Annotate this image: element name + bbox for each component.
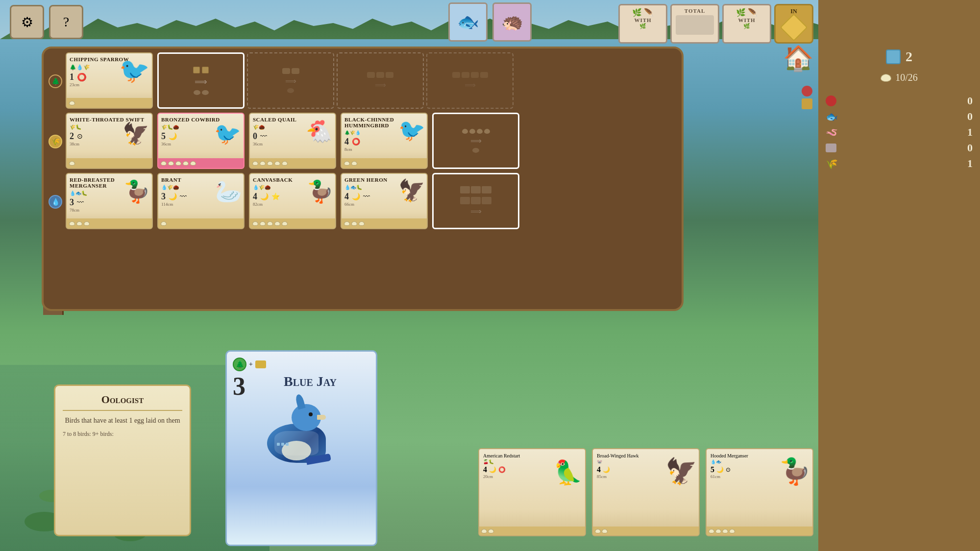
- cube-count-row: 2: [886, 49, 912, 65]
- fish-count: 0: [953, 110, 973, 123]
- bird-slot-red-breasted-merganser[interactable]: Red-Breasted Merganser 💧🐟🐛 3 〰 78cm 🦆: [66, 173, 155, 229]
- mouse-icon: [826, 144, 836, 152]
- canvasback-points: 4: [253, 192, 257, 202]
- berries-count: 0: [953, 95, 973, 107]
- bonus-tokens: [802, 86, 812, 109]
- blue-jay-top-icons: 🌲 +: [233, 358, 370, 371]
- game-board: 🌲 Chipping Sparrow 🌲💧🌾 1 ⭕ 23cm 🐦: [42, 47, 684, 311]
- worm-icon: 🪱: [826, 126, 838, 138]
- top-left-buttons: ⚙ ?: [10, 5, 83, 39]
- in-panel: IN: [774, 4, 813, 44]
- redstart-points: 4: [483, 465, 487, 474]
- forest-slot-2-highlighted[interactable]: ⟹: [157, 52, 245, 109]
- score-panel-with-2: 🌿 🪶 WITH 🌿: [722, 4, 771, 44]
- fish-icon: 🐟: [826, 111, 838, 122]
- egg-count-row: 10/26: [881, 72, 918, 83]
- black-chinned-hummingbird-size: 8cm: [344, 147, 424, 152]
- resource-berries: 0: [826, 93, 973, 109]
- oologist-scoring: 7 to 8 birds: 9+ birds:: [63, 431, 182, 438]
- chipping-sparrow-points: 1: [70, 72, 74, 82]
- merganser-points: 5: [710, 465, 714, 474]
- brant-points: 3: [161, 192, 166, 202]
- hand-cards-area: American Redstart 🍒🐛 4 🌙 ⭕ 20cm 🦜 Broad-…: [478, 448, 813, 536]
- black-chinned-hummingbird-points: 4: [344, 137, 349, 147]
- settings-button[interactable]: ⚙: [10, 5, 44, 39]
- top-bar: ⚙ ? 🐟 🦔: [0, 0, 980, 44]
- player-1-icon[interactable]: 🐟: [448, 2, 488, 42]
- blue-jay-name: Blue Jay: [250, 374, 370, 389]
- grassland-slot-5-highlighted[interactable]: ⟹: [432, 113, 519, 169]
- oologist-goal-card[interactable]: Oologist Birds that have at least 1 egg …: [54, 384, 191, 536]
- chipping-sparrow-bottom: [67, 98, 152, 108]
- bird-slot-white-throated-swift[interactable]: White-Throated Swift 🌾🐛 2 ⊙ 38cm 🦅: [66, 113, 155, 169]
- resource-worm: 🪱 1: [826, 124, 973, 140]
- green-heron-points: 4: [344, 192, 349, 202]
- bird-slot-brant[interactable]: Brant 💧🌾🌰 3 🌙 〰 114cm 🦢: [157, 173, 246, 229]
- resources-list: 0 🐟 0 🪱 1 0 🌾 1: [826, 93, 973, 171]
- food-token: [255, 360, 266, 368]
- player-2-icon[interactable]: 🦔: [492, 2, 532, 42]
- bird-slot-scaled-quail[interactable]: Scaled Quail 🌾🌰 0 〰 36cm 🐔: [249, 113, 338, 169]
- birdhouse: 🏠: [783, 44, 813, 72]
- egg-total-count: 10/26: [895, 72, 918, 83]
- bird-slot-canvasback[interactable]: Canvasback 💧🌾🌰 4 🌙 ⭐ 82cm 🦆: [249, 173, 338, 229]
- grassland-habitat-icon: 🌾: [48, 113, 63, 170]
- score-panel-total: TOTAL: [670, 4, 719, 44]
- bird-slot-black-chinned-hummingbird[interactable]: Black-Chinned Hummingbird 🌲🌾💧 4 ⭕ 8cm 🐦: [341, 113, 430, 169]
- blue-jay-points-display: 3: [233, 374, 245, 399]
- wetland-slot-5-highlighted[interactable]: ⟹: [432, 173, 519, 229]
- score-panel-with-1: 🌿 🪶 WITH 🌿: [618, 4, 667, 44]
- hawk-points: 4: [597, 465, 601, 474]
- egg-icon-display: [881, 74, 891, 82]
- redstart-name: American Redstart: [483, 453, 581, 458]
- bird-slot-green-heron[interactable]: Green Heron 💧🐟🐛 4 🌙 〰 66cm 🦅: [341, 173, 430, 229]
- bird-slot-bronzed-cowbird[interactable]: Bronzed Cowbird 🌾🐛🌰 5 🌙 36cm 🐦: [157, 113, 246, 169]
- cube-icon: [886, 49, 901, 64]
- help-button[interactable]: ?: [49, 5, 83, 39]
- oologist-description: Birds that have at least 1 egg laid on t…: [63, 416, 182, 426]
- resource-mouse: 0: [826, 140, 973, 156]
- white-throated-swift-points: 2: [70, 131, 74, 142]
- right-panel: 2 10/26 0 🐟 0 🪱 1 0 🌾 1: [818, 0, 980, 551]
- mouse-count: 0: [953, 142, 973, 154]
- forest-slot-5: ⟹: [426, 52, 514, 109]
- cube-count: 2: [906, 49, 912, 65]
- bird-slot-chipping-sparrow[interactable]: Chipping Sparrow 🌲💧🌾 1 ⭕ 23cm 🐦: [66, 52, 155, 109]
- forest-row: 🌲 Chipping Sparrow 🌲💧🌾 1 ⭕ 23cm 🐦: [48, 52, 678, 110]
- hand-card-hooded-merganser[interactable]: Hooded Merganser 💧🐟 5 🌙 ⊙ 61cm 🦆: [706, 448, 813, 536]
- oologist-title: Oologist: [63, 393, 182, 411]
- score-panels: 🌿 🪶 WITH 🌿 TOTAL 🌿 🪶 WITH 🌿 IN: [618, 4, 813, 44]
- forest-slot-3: ⟹: [247, 52, 334, 109]
- center-icons: 🐟 🦔: [448, 2, 532, 42]
- blue-jay-card[interactable]: 🌲 + 3 Blue Jay: [225, 350, 377, 546]
- scaled-quail-points: 0: [253, 131, 257, 142]
- wheat-icon: 🌾: [826, 158, 838, 169]
- grassland-row: 🌾 White-Throated Swift 🌾🐛 2 ⊙ 38cm 🦅: [48, 113, 678, 170]
- forest-slot-4: ⟹: [337, 52, 424, 109]
- wetland-row: 💧 Red-Breasted Merganser 💧🐟🐛 3 〰 78cm 🦆: [48, 173, 678, 231]
- berries-icon: [826, 96, 836, 106]
- hand-card-broad-winged-hawk[interactable]: Broad-Winged Hawk 🐭 4 🌙 85cm 🦅: [592, 448, 700, 536]
- resource-wheat: 🌾 1: [826, 156, 973, 171]
- forest-habitat-icon: 🌲: [48, 52, 63, 110]
- worm-count: 1: [953, 126, 973, 139]
- hand-card-american-redstart[interactable]: American Redstart 🍒🐛 4 🌙 ⭕ 20cm 🦜: [478, 448, 586, 536]
- red-breasted-merganser-points: 3: [70, 197, 74, 208]
- blue-jay-image-area: [233, 394, 370, 473]
- bronzed-cowbird-points: 5: [161, 131, 166, 142]
- red-breasted-merganser-size: 78cm: [70, 208, 149, 213]
- resource-fish: 🐟 0: [826, 109, 973, 124]
- wheat-count: 1: [953, 157, 973, 170]
- wetland-habitat-icon: 💧: [48, 173, 63, 231]
